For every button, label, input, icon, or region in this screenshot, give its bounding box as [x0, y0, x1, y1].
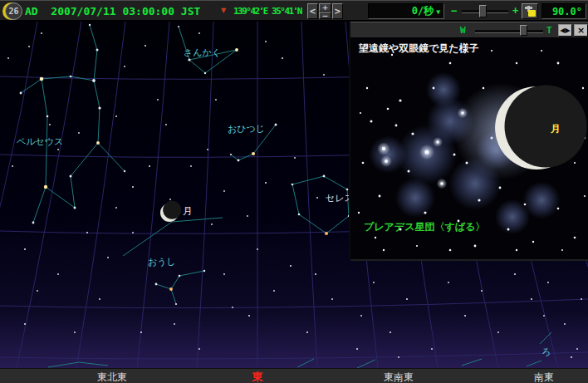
chart-label: おひつじ [228, 124, 265, 135]
datetime-display[interactable]: AD 2007/07/11 03:00:00 JST [25, 5, 200, 17]
compass-direction-label: 東北東 [97, 371, 127, 383]
planetarium-window: 26 AD 2007/07/11 03:00:00 JST ▼ 139°42'E… [0, 0, 588, 383]
toolbar: 26 AD 2007/07/11 03:00:00 JST ▼ 139°42'E… [0, 0, 588, 21]
compass-bar: 東北東東東南東南東 [0, 368, 588, 383]
close-button[interactable]: × [574, 24, 588, 37]
step-back-button[interactable]: < [307, 3, 318, 19]
resize-icon: ◀▶ [560, 27, 570, 34]
chart-label: さんかく [184, 47, 221, 58]
time-speed-select[interactable]: 0/秒 ▼ [368, 3, 444, 19]
telescope-view[interactable]: 望遠鏡や双眼鏡で見た様子 プレアデス星団〈すばる〉 月 [350, 38, 588, 261]
resize-button[interactable]: ◀▶ [558, 24, 572, 37]
zoom-slider-thumb[interactable] [479, 5, 487, 17]
compass-direction-label: 東 [252, 370, 263, 383]
wide-label: W [460, 25, 466, 36]
compass-direction-label: 南東 [534, 371, 554, 383]
unlock-icon [525, 6, 536, 17]
fov-display[interactable]: 90.0° [541, 3, 586, 19]
chart-label: ペルセウス [17, 136, 63, 147]
magnification-slider-track[interactable] [475, 30, 543, 33]
magnification-slider-thumb[interactable] [520, 25, 527, 36]
chart-label: 月 [183, 205, 193, 217]
moon-age-value: 26 [5, 2, 22, 20]
moon-phase-icon[interactable]: 26 [2, 2, 23, 20]
telescope-panel-titlebar[interactable]: W T ◀▶ × [350, 22, 588, 38]
zoom-in-label: + [512, 5, 518, 17]
speed-dropdown-icon: ▼ [436, 8, 440, 16]
telescope-panel: W T ◀▶ × 望遠鏡や双眼鏡で見た様子 プレアデス星団〈すばる〉 月 [349, 22, 588, 259]
time-speed-value: 0/秒 [412, 4, 434, 18]
telescope-view-title: 望遠鏡や双眼鏡で見た様子 [359, 42, 479, 56]
chart-label: おうし [148, 257, 176, 268]
tele-label: T [546, 25, 552, 36]
step-up-button[interactable]: + [319, 3, 331, 12]
zoom-out-label: − [451, 5, 457, 17]
chart-label: ろ [541, 346, 551, 357]
compass-direction-label: 東南東 [384, 371, 414, 383]
close-icon: × [577, 26, 585, 35]
inset-moon-label: 月 [551, 122, 561, 136]
datetime-dropdown-icon[interactable]: ▼ [221, 7, 226, 14]
pleiades-label: プレアデス星団〈すばる〉 [364, 220, 485, 234]
unlock-button[interactable] [522, 3, 538, 19]
step-down-button[interactable]: − [319, 12, 331, 19]
step-forward-button[interactable]: > [332, 3, 343, 19]
